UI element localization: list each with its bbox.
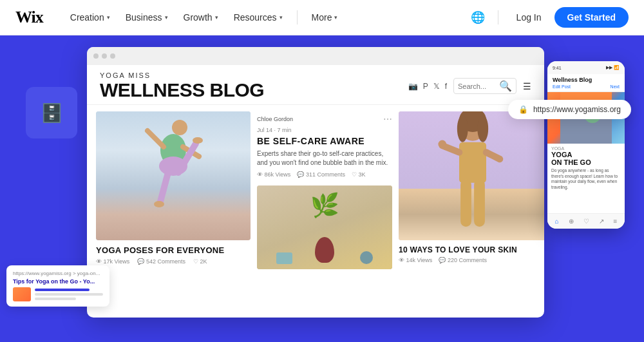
hamburger-icon[interactable]: ☰ [523, 81, 531, 91]
mobile-status-bar: 9:41 ▶▶ 📶 [547, 61, 625, 74]
mobile-article-overlay: YOGA YOGAON THE GO Do yoga anywhere - as… [547, 144, 625, 193]
seo-title: Tips for Yoga on the Go - Yo... [13, 278, 103, 285]
seo-bars [35, 289, 103, 300]
globe-icon[interactable]: 🌐 [471, 10, 485, 24]
skin-comments: 💬 220 Comments [439, 257, 487, 263]
nav-links: Creation ▾ Business ▾ Growth ▾ Resources… [64, 8, 471, 26]
article-stats: 👁 86k Views 💬 311 Comments ♡ 3K [257, 171, 392, 178]
candle-decoration [360, 251, 373, 264]
nav-right: 🌐 Log In Get Started [471, 7, 629, 28]
nav-divider [297, 10, 298, 24]
chevron-down-icon: ▾ [107, 14, 110, 21]
skin-image [399, 111, 544, 240]
svg-line-16 [486, 153, 500, 160]
blog-featured-article: Chloe Gordon ⋯ Jul 14 · 7 min BE SELF-CA… [257, 111, 392, 180]
towel-decoration [276, 252, 292, 264]
nav-resources-label: Resources [234, 12, 277, 23]
seo-url: https://www.yogamiss.org > yoga-on... [13, 271, 103, 276]
twitter-icon[interactable]: 𝕏 [433, 82, 440, 91]
nav-resources[interactable]: Resources ▾ [227, 8, 289, 26]
article-author: Chloe Gordon [257, 116, 293, 122]
skin-person-svg [434, 111, 511, 240]
mobile-heart-icon[interactable]: ♡ [583, 218, 589, 225]
mobile-article-label: YOGA [551, 146, 621, 151]
database-icon: 🗄️ [41, 102, 63, 124]
pinterest-icon[interactable]: P [423, 82, 428, 91]
skin-bg [399, 111, 544, 240]
blog-main-title: WELLNESS BLOG [100, 79, 264, 100]
yoga-poses-meta: 👁 17k Views 💬 542 Comments ♡ 2K [96, 258, 251, 265]
mobile-mockup: 9:41 ▶▶ 📶 Wellness Blog Edit Post Next Y… [547, 61, 625, 229]
chevron-down-icon: ▾ [279, 14, 283, 21]
mobile-signal-icon: ▶▶ 📶 [606, 65, 620, 70]
nav-creation[interactable]: Creation ▾ [64, 8, 117, 26]
mobile-share-icon[interactable]: ↗ [599, 218, 604, 225]
browser-dot-3 [110, 53, 115, 59]
yoga-poses-text: YOGA POSES FOR EVERYONE 👁 17k Views 💬 54… [96, 245, 251, 265]
blog-header-right: 📷 P 𝕏 f 🔍 ☰ [408, 78, 531, 94]
search-icon: 🔍 [499, 80, 512, 92]
blog-grid: YOGA POSES FOR EVERYONE 👁 17k Views 💬 54… [87, 105, 544, 312]
blog-card-yoga-poses: YOGA POSES FOR EVERYONE 👁 17k Views 💬 54… [96, 111, 251, 306]
facebook-icon[interactable]: f [445, 82, 447, 91]
seo-img-row [13, 287, 103, 301]
nav-creation-label: Creation [70, 12, 104, 23]
article-title: BE SELF-CARE AWARE [257, 136, 392, 147]
chevron-down-icon: ▾ [165, 14, 168, 21]
svg-rect-17 [460, 180, 471, 227]
browser-dot-1 [93, 53, 99, 59]
mobile-actions: Edit Post Next [553, 84, 620, 89]
chevron-down-icon: ▾ [334, 14, 337, 21]
get-started-button[interactable]: Get Started [554, 7, 629, 28]
mobile-home-icon[interactable]: ⌂ [555, 218, 559, 225]
wix-logo[interactable]: Wix [15, 8, 43, 27]
yoga-person-svg [141, 111, 205, 240]
hero-section: 🗄️ https://www.yogamiss.org > yoga-on...… [0, 35, 644, 342]
mobile-menu-icon[interactable]: ≡ [614, 218, 618, 225]
svg-point-0 [172, 120, 187, 135]
skin-card-title: 10 WAYS TO LOVE YOUR SKIN [399, 245, 544, 254]
more-options-icon[interactable]: ⋯ [383, 114, 392, 124]
vase-decoration [315, 237, 334, 263]
nav-business[interactable]: Business ▾ [119, 8, 175, 26]
svg-point-11 [457, 115, 468, 142]
seo-widget: https://www.yogamiss.org > yoga-on... Ti… [6, 265, 109, 307]
url-text: https://www.yogamiss.org [533, 105, 621, 114]
mobile-article-title: YOGAON THE GO [551, 151, 621, 166]
blog-search-input[interactable] [458, 82, 497, 90]
svg-rect-13 [459, 142, 486, 183]
nav-divider-2 [498, 10, 498, 24]
svg-rect-18 [474, 180, 485, 227]
svg-point-7 [193, 137, 203, 144]
mobile-edit-post[interactable]: Edit Post [553, 84, 571, 89]
nav-more[interactable]: More ▾ [305, 8, 345, 26]
article-views: 👁 86k Views [257, 171, 290, 178]
plant-icon: 🌿 [310, 192, 339, 219]
mobile-search-icon[interactable]: ⊕ [569, 218, 574, 225]
browser-dot-2 [102, 53, 107, 59]
article-comments: 💬 311 Comments [297, 171, 345, 178]
mobile-next[interactable]: Next [611, 84, 620, 89]
yoga-poses-image [96, 111, 251, 240]
login-button[interactable]: Log In [511, 8, 547, 26]
article-date: Jul 14 · 7 min [257, 127, 392, 133]
skin-views: 👁 14k Views [399, 257, 432, 263]
svg-line-2 [147, 131, 164, 147]
mobile-status-text: 9:41 [553, 66, 562, 70]
mobile-blog-header: Wellness Blog Edit Post Next [547, 74, 625, 92]
url-bar: 🔒 https://www.yogamiss.org [508, 100, 631, 119]
yoga-poses-comments: 💬 542 Comments [137, 258, 185, 265]
author-line: Chloe Gordon ⋯ [257, 114, 392, 124]
skin-card-meta: 👁 14k Views 💬 220 Comments [399, 257, 544, 263]
mobile-blog-title: Wellness Blog [553, 77, 620, 83]
blog-social-icons: 📷 P 𝕏 f [408, 82, 447, 91]
blog-title-area: YOGA MISS WELLNESS BLOG [100, 71, 264, 100]
seo-bar-2 [35, 293, 103, 296]
article-likes: ♡ 3K [352, 171, 366, 178]
nav-business-label: Business [126, 12, 162, 23]
svg-point-12 [477, 115, 488, 142]
nav-growth[interactable]: Growth ▾ [177, 8, 225, 26]
instagram-icon[interactable]: 📷 [408, 82, 418, 91]
spa-image: 🌿 [257, 185, 392, 269]
blog-search-area[interactable]: 🔍 [453, 78, 516, 94]
